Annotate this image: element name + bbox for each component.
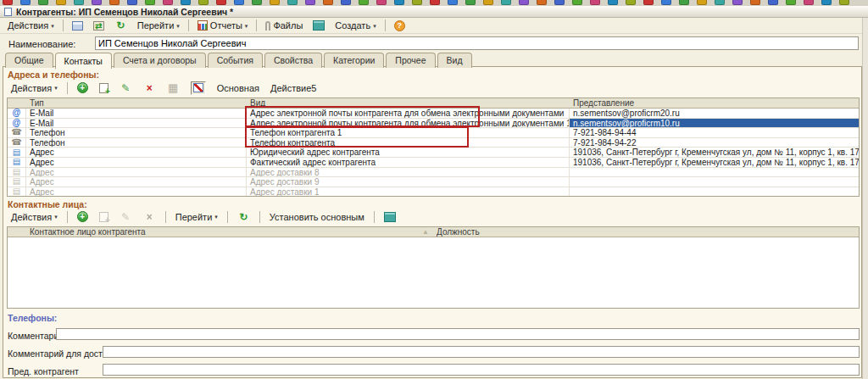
save-button[interactable]: [68, 20, 87, 31]
address-row[interactable]: ☎ Телефон Телефон контрагента 7-921-984-…: [8, 138, 859, 148]
document-icon: [4, 8, 12, 16]
crate-icon: [313, 20, 325, 31]
address-row-inactive[interactable]: ▤ Адрес Адрес доставки 9: [8, 177, 859, 187]
pencil-icon: ✎: [120, 211, 132, 223]
toolbar-separator: [67, 82, 68, 94]
copy-row-button[interactable]: [95, 82, 113, 94]
refresh-icon: ↻: [114, 20, 127, 31]
address-row-inactive[interactable]: ▤ Адрес Адрес доставки 8: [8, 168, 859, 178]
post-button[interactable]: ⇄: [89, 20, 108, 31]
addresses-table-header: Тип Вид Представление: [8, 98, 859, 109]
copy-icon: [99, 83, 108, 93]
comment-input[interactable]: [56, 328, 860, 340]
address-row[interactable]: @ E-Mail Адрес электронной почты контраг…: [8, 109, 859, 119]
contacts-structure-button[interactable]: [380, 211, 400, 223]
create-menu-button[interactable]: Создать▾: [331, 20, 380, 31]
chevron-down-icon: ▾: [214, 214, 218, 220]
address-row-selected[interactable]: @ E-Mail Адрес электронной почты контраг…: [8, 119, 859, 129]
copy-icon: [99, 212, 108, 222]
files-button[interactable]: Файлы: [261, 20, 307, 31]
tab-svoystva[interactable]: Свойства: [264, 53, 322, 68]
help-icon: ?: [394, 20, 405, 31]
address-row[interactable]: ☎ Телефон Телефон контрагента 1 7-921-98…: [8, 128, 859, 138]
report-icon: [198, 20, 208, 31]
add-contact-button[interactable]: +: [73, 210, 92, 223]
list-settings-button[interactable]: ▦: [163, 81, 184, 95]
tab-vid[interactable]: Вид: [437, 53, 472, 68]
address-row-inactive[interactable]: ▤ Адрес Адрес доставки 1: [8, 187, 859, 197]
prev-contractor-label: Пред. контрагент: [8, 366, 79, 376]
email-icon: @: [13, 109, 21, 117]
contacts-tab-panel: Адреса и телефоны: Действия▾ + ✎ × ▦ Осн…: [3, 66, 862, 378]
refresh-icon: ↻: [237, 211, 250, 223]
toggle-invalid-button[interactable]: [186, 81, 210, 96]
address-icon: ▤: [13, 177, 20, 186]
prev-contractor-input[interactable]: [103, 364, 860, 376]
tab-kontakty[interactable]: Контакты: [55, 53, 112, 69]
save-icon: [72, 21, 83, 31]
delivery-comment-input[interactable]: [103, 346, 860, 358]
grid-icon: ▦: [167, 82, 180, 94]
delete-icon: ×: [143, 211, 156, 223]
contacts-table-header: Контактное лицо контрагента ▲ Должность: [8, 227, 859, 237]
set-main-contact-button[interactable]: Установить основным: [265, 211, 369, 223]
delete-contact-button[interactable]: ×: [139, 210, 160, 224]
top-icon-strip[interactable]: [0, 0, 868, 6]
reread-button[interactable]: ↻: [110, 19, 131, 32]
toolbar-separator: [227, 211, 228, 223]
representation-column-header[interactable]: Представление: [570, 98, 859, 108]
name-label: Наименование:: [8, 39, 75, 49]
action5-button[interactable]: Действие5: [266, 82, 320, 94]
copy-contact-button[interactable]: [95, 211, 113, 223]
sort-ascending-icon: ▲: [422, 227, 429, 237]
kind-column-header[interactable]: Вид: [247, 98, 570, 108]
edit-contact-button[interactable]: ✎: [115, 210, 136, 224]
addresses-actions-menu-button[interactable]: Действия▾: [7, 82, 62, 94]
pencil-icon: ✎: [120, 82, 132, 94]
position-column-header[interactable]: Должность: [433, 227, 859, 237]
addresses-section-label: Адреса и телефоны:: [8, 70, 99, 80]
tab-bar: Общие Контакты Счета и договоры События …: [5, 53, 472, 68]
contacts-actions-menu-button[interactable]: Действия▾: [7, 211, 62, 223]
type-column-header[interactable]: Тип: [26, 98, 247, 108]
addresses-toolbar: Действия▾ + ✎ × ▦ Основная Действие5: [7, 80, 320, 96]
chevron-down-icon: ▾: [176, 23, 180, 29]
toolbar-separator: [63, 20, 64, 31]
phone-icon: ☎: [11, 128, 21, 137]
delete-row-button[interactable]: ×: [139, 81, 160, 95]
help-button[interactable]: ?: [390, 20, 409, 32]
edit-row-button[interactable]: ✎: [115, 81, 136, 95]
reports-menu-button[interactable]: Отчеты▾: [193, 20, 253, 31]
addresses-table: Тип Вид Представление @ E-Mail Адрес эле…: [7, 98, 860, 197]
contact-person-column-header[interactable]: Контактное лицо контрагента ▲: [26, 227, 433, 237]
toolbar-separator: [374, 211, 375, 223]
tab-scheta-i-dogovory[interactable]: Счета и договоры: [114, 53, 206, 68]
icon-column-header: [8, 227, 26, 237]
address-icon: ▤: [13, 187, 20, 196]
main-toolbar: Действия▾ ⇄ ↻ Перейти▾ Отчеты▾ Файлы Соз…: [0, 18, 868, 34]
add-icon: +: [77, 82, 88, 93]
name-input[interactable]: [95, 36, 859, 50]
toolbar-separator: [188, 20, 189, 31]
refresh-contacts-button[interactable]: ↻: [233, 210, 254, 224]
address-row[interactable]: ▤ Адрес Фактический адрес контрагента 19…: [8, 158, 859, 168]
contacts-table-empty-body[interactable]: [8, 237, 859, 308]
main-address-button[interactable]: Основная: [213, 82, 264, 94]
toolbar-separator: [256, 20, 257, 31]
paperclip-icon: [265, 21, 270, 31]
goto-menu-button[interactable]: Перейти▾: [133, 20, 184, 31]
tab-sobytiya[interactable]: События: [208, 53, 263, 68]
address-row[interactable]: ▤ Адрес Юридический адрес контрагента 19…: [8, 148, 859, 158]
contacts-goto-menu-button[interactable]: Перейти▾: [171, 211, 222, 223]
toolbar-separator: [67, 211, 68, 223]
structure-button[interactable]: [309, 20, 329, 31]
tab-kategorii[interactable]: Категории: [324, 53, 384, 68]
tab-prochee[interactable]: Прочее: [386, 53, 435, 68]
phone-icon: ☎: [11, 138, 21, 147]
actions-menu-button[interactable]: Действия▾: [3, 20, 58, 31]
delete-icon: ×: [143, 82, 156, 94]
tab-obschie[interactable]: Общие: [5, 53, 53, 68]
vertical-scrollbar[interactable]: [862, 18, 868, 379]
add-row-button[interactable]: +: [73, 81, 92, 94]
chevron-down-icon: ▾: [51, 23, 54, 29]
